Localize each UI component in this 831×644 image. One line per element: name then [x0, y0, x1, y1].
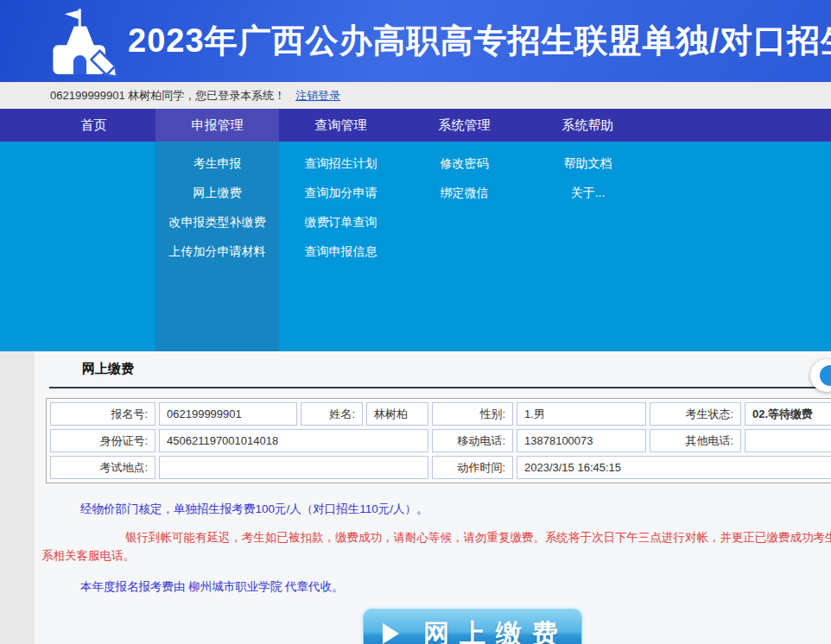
- submenu-item-change-password[interactable]: 修改密码: [403, 148, 526, 178]
- value-name: 林树柏: [366, 402, 428, 426]
- status-badge: 02.等待缴费: [745, 402, 831, 426]
- label-action-time: 动作时间:: [432, 456, 513, 479]
- collector-notice: 本年度报名报考费由 柳州城市职业学院 代章代收。: [41, 578, 831, 596]
- submenu-system: 修改密码 绑定微信: [403, 142, 526, 207]
- play-icon: [383, 623, 399, 644]
- value-exam-site: [159, 456, 428, 479]
- label-name: 姓名:: [301, 402, 363, 426]
- nav-item-system[interactable]: 系统管理: [403, 109, 526, 142]
- submenu-query: 查询招生计划 查询加分申请 缴费订单查询 查询申报信息: [279, 142, 403, 266]
- value-reg-number: 062199999901: [159, 402, 297, 426]
- page-title: 2023年广西公办高职高专招生联盟单独/对口招生考生申报: [128, 0, 831, 82]
- fee-notice: 经物价部门核定，单独招生报考费100元/人（对口招生110元/人）。: [41, 500, 831, 518]
- submenu-item-about[interactable]: 关于...: [526, 178, 650, 207]
- label-reg-number: 报名号:: [50, 402, 155, 426]
- bank-delay-notice-line1: 银行到帐可能有延迟，考生如已被扣款，缴费成功，请耐心等候，请勿重复缴费。系统将于…: [41, 528, 831, 546]
- bank-delay-notice: 银行到帐可能有延迟，考生如已被扣款，缴费成功，请耐心等候，请勿重复缴费。系统将于…: [41, 528, 831, 565]
- user-status-bar: 062199999901 林树柏同学，您已登录本系统！ 注销登录: [0, 82, 831, 109]
- school-building-icon: [43, 6, 121, 79]
- login-info-text: 062199999901 林树柏同学，您已登录本系统！: [50, 89, 285, 102]
- title-divider: [49, 387, 831, 388]
- content-card: 网上缴费 报名号: 062199999901 姓名: 林树柏 性别: 1.男 考…: [35, 351, 831, 644]
- submenu-item-candidate-declare[interactable]: 考生申报: [155, 148, 279, 178]
- logout-link[interactable]: 注销登录: [295, 89, 340, 102]
- section-title: 网上缴费: [82, 361, 831, 377]
- submenu-panel: 考生申报 网上缴费 改申报类型补缴费 上传加分申请材料 查询招生计划 查询加分申…: [0, 142, 831, 351]
- nav-item-query[interactable]: 查询管理: [279, 109, 403, 142]
- label-mobile: 移动电话:: [432, 429, 513, 452]
- submenu-item-query-bonus[interactable]: 查询加分申请: [279, 178, 403, 207]
- nav-item-help[interactable]: 系统帮助: [526, 109, 650, 142]
- submenu-item-online-payment[interactable]: 网上缴费: [155, 178, 279, 207]
- notices-section: 经物价部门核定，单独招生报考费100元/人（对口招生110元/人）。 银行到帐可…: [41, 500, 831, 596]
- submenu-item-query-declare-info[interactable]: 查询申报信息: [279, 237, 403, 266]
- submenu-item-change-type-repay[interactable]: 改申报类型补缴费: [155, 207, 279, 237]
- app-header: 2023年广西公办高职高专招生联盟单独/对口招生考生申报: [0, 0, 831, 82]
- table-row: 报名号: 062199999901 姓名: 林树柏 性别: 1.男 考生状态: …: [50, 402, 831, 426]
- label-status: 考生状态:: [650, 402, 741, 426]
- nav-item-home[interactable]: 首页: [32, 109, 155, 142]
- value-gender: 1.男: [517, 402, 646, 426]
- value-id-number: 450621197001014018: [159, 429, 428, 452]
- value-other-phone: [745, 429, 831, 452]
- label-exam-site: 考试地点:: [50, 456, 155, 479]
- nav-item-declare[interactable]: 申报管理: [155, 109, 279, 142]
- submenu-item-bind-wechat[interactable]: 绑定微信: [403, 178, 526, 207]
- online-payment-button[interactable]: 网上缴费: [363, 609, 582, 644]
- bank-delay-notice-line2: 系相关客服电话。: [41, 546, 831, 565]
- submenu-item-query-plan[interactable]: 查询招生计划: [279, 148, 403, 178]
- main-nav: 首页 申报管理 查询管理 系统管理 系统帮助: [0, 109, 831, 142]
- label-gender: 性别:: [432, 402, 513, 426]
- value-action-time: 2023/3/15 16:45:15: [517, 456, 831, 479]
- table-row: 身份证号: 450621197001014018 移动电话: 138781000…: [50, 429, 831, 452]
- pay-button-label: 网上缴费: [423, 616, 568, 644]
- label-other-phone: 其他电话:: [650, 429, 741, 452]
- submenu-item-query-order[interactable]: 缴费订单查询: [279, 207, 403, 237]
- label-id-number: 身份证号:: [50, 429, 155, 452]
- submenu-item-upload-bonus-material[interactable]: 上传加分申请材料: [155, 237, 279, 266]
- table-row: 考试地点: 动作时间: 2023/3/15 16:45:15: [50, 456, 831, 479]
- help-float-icon: [820, 365, 831, 386]
- submenu-declare: 考生申报 网上缴费 改申报类型补缴费 上传加分申请材料: [155, 142, 279, 351]
- candidate-info-table: 报名号: 062199999901 姓名: 林树柏 性别: 1.男 考生状态: …: [46, 398, 831, 483]
- submenu-item-help-doc[interactable]: 帮助文档: [526, 148, 650, 178]
- submenu-help: 帮助文档 关于...: [526, 142, 650, 207]
- value-mobile: 13878100073: [517, 429, 646, 452]
